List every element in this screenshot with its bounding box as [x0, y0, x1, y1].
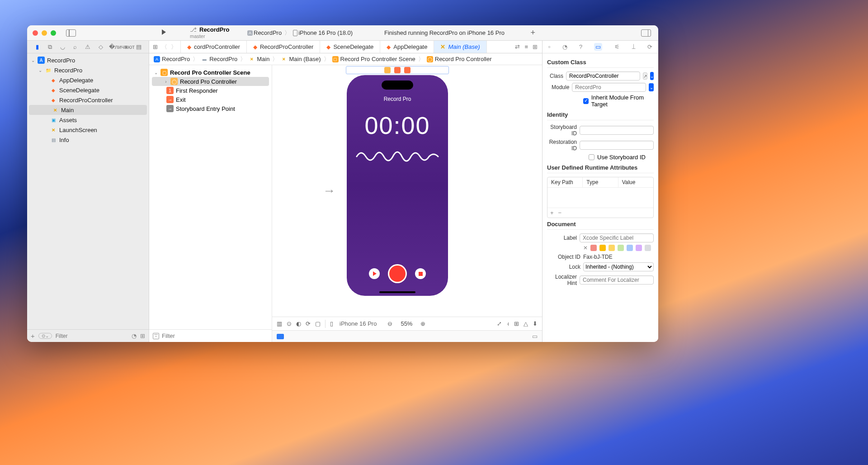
tree-item[interactable]: ◆ RecordProController: [27, 95, 149, 105]
editor-options-icon[interactable]: ≡: [524, 43, 528, 50]
embed-in-icon[interactable]: ⬇: [533, 320, 538, 327]
layout-icon[interactable]: ▢: [315, 320, 321, 327]
minimize-button[interactable]: [42, 30, 47, 36]
device-icon[interactable]: ▯: [330, 320, 333, 327]
bookmark-tab[interactable]: ◡: [58, 43, 67, 50]
file-inspector-tab[interactable]: ▫: [548, 43, 551, 50]
device-label[interactable]: iPhone 16 Pro: [340, 320, 377, 327]
storyboard-id-input[interactable]: [580, 126, 654, 135]
doc-label-input[interactable]: [580, 233, 654, 242]
color-swatch[interactable]: [618, 245, 624, 251]
resolve-icon[interactable]: △: [524, 320, 528, 327]
runtime-attributes-table[interactable]: Key Path Type Value + −: [547, 177, 654, 218]
project-root[interactable]: ⌄ A RecordPro: [27, 55, 149, 65]
tests-tab[interactable]: ◇: [96, 43, 105, 50]
pin-icon[interactable]: ⊞: [514, 320, 519, 327]
color-swatch[interactable]: [590, 245, 597, 251]
jump-bar[interactable]: ARecordPro〉 ▬RecordPro〉 ✕Main〉 ✕Main (Ba…: [149, 53, 542, 65]
play-button[interactable]: [369, 268, 380, 279]
tree-item[interactable]: ◆ AppDelegate: [27, 75, 149, 85]
toggle-navigator-icon[interactable]: [66, 29, 76, 37]
add-button[interactable]: +: [31, 332, 35, 340]
outline-item[interactable]: 1 First Responder: [149, 86, 272, 95]
filter-icon[interactable]: [153, 333, 159, 339]
chevron-down-icon[interactable]: ⌄: [31, 58, 35, 63]
close-button[interactable]: [33, 30, 38, 36]
size-inspector-tab[interactable]: ⟘: [632, 43, 636, 51]
add-editor-icon[interactable]: ⊞: [533, 43, 538, 50]
tree-item[interactable]: ✕ LaunchScreen: [27, 125, 149, 135]
outline-filter-input[interactable]: [162, 332, 268, 339]
recent-icon[interactable]: ◔: [132, 332, 137, 339]
connections-inspector-tab[interactable]: ⟳: [647, 43, 652, 50]
jump-to-class-button[interactable]: ↗: [643, 72, 647, 80]
project-navigator-tab[interactable]: ▮: [33, 43, 42, 50]
scheme-selector[interactable]: A RecordPro 〉 iPhone 16 Pro (18.0): [247, 29, 353, 37]
orientation-icon[interactable]: ⟳: [306, 320, 311, 327]
localizer-hint-input[interactable]: [580, 275, 654, 285]
add-tab-button[interactable]: +: [530, 28, 535, 38]
related-items-icon[interactable]: ⊞: [153, 43, 158, 50]
device-preview[interactable]: Record Pro 00:00: [347, 75, 448, 296]
zoom-in-button[interactable]: ⊕: [420, 320, 425, 327]
editor-tab[interactable]: ◆AppDelegate: [380, 41, 434, 53]
viewcontroller-icon[interactable]: [384, 67, 391, 73]
history-inspector-tab[interactable]: ◔: [562, 43, 567, 50]
outline-item[interactable]: → Storyboard Entry Point: [149, 104, 272, 113]
appearance-icon[interactable]: ◐: [296, 320, 301, 327]
add-attribute-button[interactable]: +: [550, 209, 554, 216]
toggle-inspector-icon[interactable]: [641, 29, 651, 37]
zoom-label[interactable]: 55%: [401, 320, 412, 327]
zoom-out-button[interactable]: ⊖: [387, 320, 392, 327]
search-tab[interactable]: ⌕: [71, 43, 80, 50]
chevron-right-icon[interactable]: ›: [164, 79, 168, 84]
align-icon[interactable]: ⫞: [506, 320, 509, 327]
debug-indicator-icon[interactable]: [277, 334, 284, 339]
color-swatch[interactable]: [599, 245, 606, 251]
color-swatch[interactable]: [636, 245, 642, 251]
navigator-filter-input[interactable]: [56, 333, 128, 339]
class-dropdown-button[interactable]: ⌄: [650, 72, 654, 80]
tree-item[interactable]: ◆ SceneDelegate: [27, 85, 149, 95]
color-swatch[interactable]: [609, 245, 615, 251]
stop-button[interactable]: [415, 268, 426, 279]
module-input[interactable]: [572, 83, 646, 92]
tree-item-selected[interactable]: ✕ Main: [29, 105, 147, 115]
editor-tab[interactable]: ◆RecordProController: [247, 41, 321, 53]
outline-scene[interactable]: ⌄ ▢ Record Pro Controller Scene: [149, 68, 272, 77]
adjust-icon[interactable]: ⊙: [287, 320, 292, 327]
first-responder-icon[interactable]: [394, 67, 401, 73]
class-input[interactable]: [566, 71, 640, 81]
filter-scope-button[interactable]: ⊙⌄: [38, 333, 52, 339]
editor-tab[interactable]: ◆cordProController: [181, 41, 247, 53]
tree-item[interactable]: ▤ Info: [27, 135, 149, 145]
exit-icon[interactable]: [404, 67, 410, 73]
color-swatch[interactable]: [645, 245, 651, 251]
clear-color-button[interactable]: ✕: [583, 245, 588, 251]
use-storyboardid-checkbox[interactable]: [589, 154, 594, 160]
outline-toggle-icon[interactable]: ▥: [277, 320, 282, 327]
remove-attribute-button[interactable]: −: [558, 209, 562, 216]
source-control-tab[interactable]: ⧉: [45, 43, 54, 51]
help-inspector-tab[interactable]: ?: [579, 43, 582, 50]
scene-dock[interactable]: [346, 66, 449, 74]
inherit-module-checkbox[interactable]: [583, 98, 589, 104]
scm-filter-icon[interactable]: ⊞: [140, 332, 145, 339]
issues-tab[interactable]: ⚠: [83, 43, 92, 50]
zoom-button[interactable]: [51, 30, 56, 36]
attributes-inspector-tab[interactable]: ⚟: [614, 43, 620, 50]
tree-item[interactable]: ▣ Assets: [27, 115, 149, 125]
editor-tab[interactable]: ◆SceneDelegate: [320, 41, 380, 53]
lock-select[interactable]: Inherited - (Nothing): [583, 262, 654, 271]
project-folder[interactable]: ⌄ 📁 RecordPro: [27, 65, 149, 75]
nav-back-button[interactable]: 〈: [161, 43, 167, 51]
color-swatch[interactable]: [627, 245, 633, 251]
chevron-down-icon[interactable]: ⌄: [38, 68, 42, 73]
outline-item-selected[interactable]: › ◯ Record Pro Controller: [152, 77, 269, 86]
record-button[interactable]: [388, 264, 407, 283]
breakpoints-tab[interactable]: ≡: [122, 43, 131, 50]
module-dropdown-button[interactable]: ⌄: [649, 83, 654, 91]
outline-item[interactable]: → Exit: [149, 95, 272, 104]
embed-icon[interactable]: ⤢: [497, 320, 502, 327]
chevron-down-icon[interactable]: ⌄: [154, 70, 158, 75]
